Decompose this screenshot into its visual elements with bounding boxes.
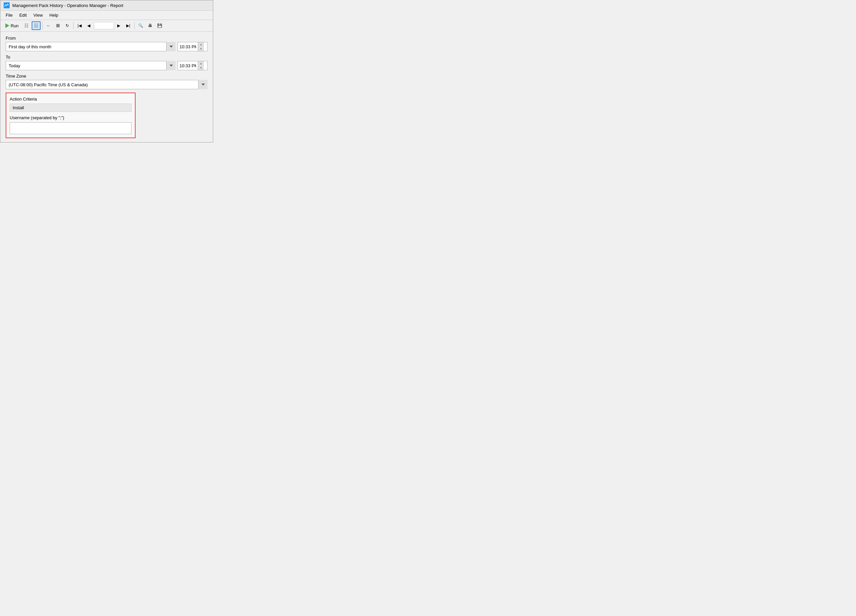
zoom-icon: 🔍 (138, 23, 143, 28)
from-dropdown[interactable]: First day of this month (6, 42, 176, 51)
red-box-container: Action Criteria Install Username (separa… (6, 92, 135, 138)
refresh-icon: ↻ (66, 23, 69, 28)
prev-page-icon: ◀ (87, 23, 90, 28)
separator-1 (42, 22, 43, 29)
last-page-icon: ▶| (126, 23, 130, 28)
menu-file[interactable]: File (3, 12, 15, 18)
zoom-button[interactable]: 🔍 (136, 21, 145, 30)
last-page-button[interactable]: ▶| (124, 21, 132, 30)
layout-list-icon: ☷ (24, 23, 29, 28)
refresh-button[interactable]: ↻ (63, 21, 72, 30)
title-bar: Management Pack History - Operations Man… (0, 0, 213, 11)
username-label: Username (separated by ";") (10, 115, 132, 120)
next-page-button[interactable]: ▶ (115, 21, 123, 30)
print-icon: 🖶 (148, 23, 152, 28)
report-layout-btn[interactable]: ☷ (22, 21, 31, 30)
to-label: To (6, 55, 208, 60)
menu-view[interactable]: View (31, 12, 45, 18)
print-button[interactable]: 🖶 (146, 21, 154, 30)
stop-icon (56, 24, 60, 27)
layout-grid-icon: ☷ (34, 23, 38, 28)
from-time-up-button[interactable] (198, 42, 204, 47)
to-dropdown[interactable]: Today (6, 61, 176, 70)
action-criteria-value: Install (10, 104, 132, 112)
timezone-row: (UTC-08:00) Pacific Time (US & Canada) (6, 80, 208, 89)
app-icon (4, 2, 10, 8)
first-page-button[interactable]: |◀ (75, 21, 84, 30)
from-dropdown-wrapper: First day of this month (6, 42, 176, 51)
main-window: Management Pack History - Operations Man… (0, 0, 213, 143)
back-icon: ← (47, 23, 51, 28)
window-title: Management Pack History - Operations Man… (12, 3, 123, 8)
to-time-up-button[interactable] (198, 61, 204, 66)
timezone-label: Time Zone (6, 74, 208, 78)
prev-page-button[interactable]: ◀ (85, 21, 93, 30)
timezone-dropdown-wrapper: (UTC-08:00) Pacific Time (US & Canada) (6, 80, 208, 89)
timezone-dropdown[interactable]: (UTC-08:00) Pacific Time (US & Canada) (6, 80, 208, 89)
content-area: From First day of this month To (0, 32, 213, 142)
stop-button[interactable] (54, 21, 62, 30)
menu-edit[interactable]: Edit (17, 12, 29, 18)
to-row: Today (6, 61, 208, 70)
from-time-input[interactable] (178, 42, 198, 51)
toolbar: Run ☷ ☷ ← ↻ |◀ ◀ ▶ ▶| (0, 20, 213, 32)
action-criteria-label: Action Criteria (10, 97, 132, 101)
from-row: First day of this month (6, 42, 208, 51)
to-time-down-button[interactable] (198, 66, 204, 70)
page-number-input[interactable] (94, 22, 114, 29)
report-preview-btn[interactable]: ☷ (32, 21, 41, 30)
back-button[interactable]: ← (44, 21, 53, 30)
from-time-down-button[interactable] (198, 47, 204, 51)
first-page-icon: |◀ (78, 23, 82, 28)
from-label: From (6, 35, 208, 41)
to-dropdown-wrapper: Today (6, 61, 176, 70)
next-page-icon: ▶ (117, 23, 120, 28)
from-time-wrapper (177, 42, 208, 51)
run-label: Run (11, 23, 18, 28)
menu-bar: File Edit View Help (0, 11, 213, 20)
from-time-spinners (198, 42, 204, 51)
to-time-spinners (198, 61, 204, 70)
run-triangle-icon (5, 23, 9, 28)
to-time-wrapper (177, 61, 208, 70)
separator-3 (134, 22, 135, 29)
export-button[interactable]: 💾 (155, 21, 164, 30)
separator-2 (73, 22, 74, 29)
to-time-input[interactable] (178, 61, 198, 70)
export-icon: 💾 (157, 23, 162, 28)
run-button[interactable]: Run (2, 21, 22, 30)
username-input[interactable] (10, 122, 132, 134)
menu-help[interactable]: Help (47, 12, 61, 18)
